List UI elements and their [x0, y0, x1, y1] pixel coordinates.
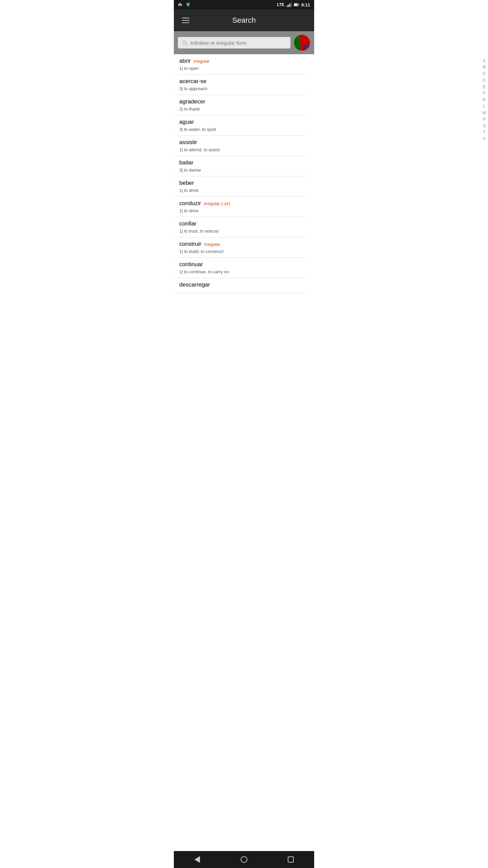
list-item[interactable]: descarregar [174, 278, 307, 293]
flag-cross-v [305, 45, 307, 50]
svg-rect-9 [289, 4, 290, 7]
menu-icon [182, 20, 189, 21]
word-header: acercar-se [179, 78, 302, 85]
word-definition: 1| to attend, to assist [179, 147, 302, 152]
flag-green [294, 35, 300, 51]
time-display: 9:11 [301, 2, 310, 7]
status-bar-right: LTE 9:11 [277, 2, 310, 7]
word-name: conduzir [179, 200, 201, 207]
word-header: confiar [179, 220, 302, 227]
search-input[interactable] [190, 40, 286, 46]
battery-icon [294, 2, 299, 7]
word-definition: 1| to drive [179, 208, 302, 213]
svg-rect-7 [287, 5, 287, 7]
word-name: construir [179, 241, 201, 248]
word-header: construir irregular [179, 241, 302, 248]
word-header: conduzir irregular (-zir) [179, 200, 302, 207]
search-icon [182, 40, 188, 46]
word-tag: irregular (-zir) [204, 201, 230, 206]
svg-line-6 [189, 3, 189, 3]
word-name: beber [179, 180, 194, 186]
word-name: acercar-se [179, 78, 206, 85]
word-definition: 1| to trust, to entrust [179, 229, 302, 234]
svg-rect-2 [181, 4, 182, 6]
list-item[interactable]: acercar-se 3| to approach [174, 75, 307, 95]
android-icon [185, 2, 191, 7]
word-name: descarregar [179, 281, 210, 288]
list-item[interactable]: bailar 3| to dance [174, 156, 307, 176]
search-area [174, 31, 314, 54]
list-item[interactable]: assistir 1| to attend, to assist [174, 136, 307, 156]
word-list: abrir irregular 1| to open acercar-se 3|… [174, 54, 314, 314]
word-definition: 3| to water, to spoil [179, 127, 302, 132]
notification-icon [178, 2, 183, 7]
word-name: bailar [179, 159, 194, 166]
list-item[interactable]: beber 1| to drink [174, 176, 307, 197]
svg-rect-13 [299, 4, 299, 5]
svg-rect-8 [288, 5, 289, 7]
word-header: abrir irregular [179, 58, 302, 64]
list-item[interactable]: construir irregular 1| to build, to cons… [174, 237, 307, 258]
search-input-wrapper[interactable] [178, 37, 290, 48]
word-tag: irregular [204, 242, 220, 247]
word-header: agradecer [179, 98, 302, 105]
portuguese-flag [294, 35, 310, 51]
word-definition: 3| to approach [179, 86, 302, 91]
word-definition: 1| to drink [179, 188, 302, 193]
word-header: aguar [179, 119, 302, 125]
svg-point-14 [183, 41, 186, 44]
signal-icon [286, 2, 292, 7]
list-item[interactable]: conduzir irregular (-zir) 1| to drive [174, 197, 307, 217]
word-tag: irregular [194, 59, 210, 64]
status-bar-left [178, 2, 191, 7]
word-header: continuar [179, 261, 302, 268]
list-item[interactable]: abrir irregular 1| to open [174, 54, 307, 75]
menu-icon [182, 22, 189, 23]
list-item[interactable]: confiar 1| to trust, to entrust [174, 217, 307, 237]
word-definition: 1| to open [179, 66, 302, 71]
svg-rect-10 [291, 3, 291, 7]
menu-button[interactable] [179, 15, 192, 26]
word-header: beber [179, 180, 302, 186]
word-name: aguar [179, 119, 194, 125]
word-name: confiar [179, 220, 197, 227]
svg-rect-1 [180, 3, 181, 6]
list-item[interactable]: aguar 3| to water, to spoil [174, 115, 307, 136]
svg-rect-4 [187, 5, 189, 6]
menu-icon [182, 18, 189, 18]
word-header: assistir [179, 139, 302, 146]
svg-line-5 [187, 3, 187, 3]
content-wrapper: abrir irregular 1| to open acercar-se 3|… [174, 54, 314, 314]
word-definition: 1| to continue, to carry on [179, 269, 302, 274]
word-definition: 2| to thank [179, 106, 302, 112]
word-definition: 1| to build, to construct [179, 249, 302, 254]
list-item[interactable]: agradecer 2| to thank [174, 95, 307, 115]
svg-rect-0 [179, 4, 179, 6]
page-title: Search [232, 16, 256, 25]
word-definition: 3| to dance [179, 167, 302, 173]
word-header: bailar [179, 159, 302, 166]
status-bar: LTE 9:11 [174, 0, 314, 9]
word-name: assistir [179, 139, 197, 146]
word-name: abrir [179, 58, 191, 64]
svg-rect-12 [294, 4, 297, 6]
network-type: LTE [277, 2, 284, 7]
word-name: agradecer [179, 98, 205, 105]
svg-line-15 [186, 44, 187, 45]
list-item[interactable]: continuar 1| to continue, to carry on [174, 258, 307, 278]
word-name: continuar [179, 261, 203, 268]
word-header: descarregar [179, 281, 302, 288]
app-header: Search [174, 9, 314, 31]
flag-uk-overlay [303, 45, 309, 50]
language-toggle-button[interactable] [294, 35, 310, 51]
